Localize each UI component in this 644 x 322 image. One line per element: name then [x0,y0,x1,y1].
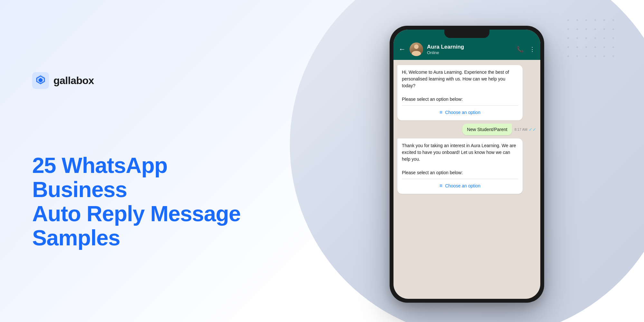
dot [594,19,596,21]
phone-screen: ← Aura Learning Online 📞 ⋮ [393,30,540,299]
back-arrow-icon[interactable]: ← [399,45,406,53]
dot [585,19,587,21]
message-3-text: Thank you for taking an interest in Aura… [402,142,518,176]
message-2-time: 8:17 AM [515,128,527,131]
dot [603,19,605,21]
dot [585,46,587,48]
dot [576,28,578,30]
header-icons: 📞 ⋮ [516,46,535,53]
avatar-image [410,43,423,56]
dot [585,28,587,30]
choose-option-label-1: Choose an option [445,110,480,115]
dot [585,37,587,39]
message-2-outgoing: New Student/Parent [462,124,512,135]
dot [576,37,578,39]
dot [603,46,605,48]
gallabox-logo-icon [32,72,49,89]
dot [594,28,596,30]
phone-mockup: ← Aura Learning Online 📞 ⋮ [390,26,544,303]
more-options-icon[interactable]: ⋮ [529,46,535,53]
message-1-text: Hi, Welcome to Aura Learning. Experience… [402,69,518,103]
dot [612,37,614,39]
dot [567,19,569,21]
dot [576,46,578,48]
headline-line2: Auto Reply Message Samples [32,202,258,250]
list-icon-2: ≡ [440,183,442,189]
dot [603,28,605,30]
message-3-incoming: Thank you for taking an interest in Aura… [397,138,523,194]
message-2-outgoing-wrap: New Student/Parent 8:17 AM ✓✓ [397,124,536,135]
dot [576,55,578,57]
dot [612,28,614,30]
left-panel: gallabox 25 WhatsApp Business Auto Reply… [0,46,290,275]
dot [567,46,569,48]
dot-pattern-decoration [567,19,618,61]
read-ticks-icon: ✓✓ [529,127,536,132]
message-2-text: New Student/Parent [467,127,507,132]
message-divider-2 [402,179,518,179]
dot [603,37,605,39]
list-icon: ≡ [440,109,442,115]
choose-option-button-1[interactable]: ≡ Choose an option [402,108,518,117]
dot [594,55,596,57]
chat-area: Hi, Welcome to Aura Learning. Experience… [393,60,540,299]
dot [612,55,614,57]
dot [594,46,596,48]
logo-area: gallabox [32,72,258,89]
headline: 25 WhatsApp Business Auto Reply Message … [32,153,258,250]
contact-name: Aura Learning [427,44,513,50]
logo-text: gallabox [53,75,94,87]
right-panel: ← Aura Learning Online 📞 ⋮ [290,0,644,322]
contact-info: Aura Learning Online [427,44,513,55]
dot [612,46,614,48]
message-divider [402,105,518,106]
content-wrapper: gallabox 25 WhatsApp Business Auto Reply… [0,0,644,322]
phone-notch [444,30,489,38]
dot [603,55,605,57]
choose-option-button-2[interactable]: ≡ Choose an option [402,182,518,190]
message-2-meta: 8:17 AM ✓✓ [515,127,536,132]
choose-option-label-2: Choose an option [445,183,480,188]
dot [567,55,569,57]
dot [585,55,587,57]
contact-status: Online [427,50,513,55]
headline-line1: 25 WhatsApp Business [32,153,258,202]
dot [594,37,596,39]
dot [567,28,569,30]
dot [567,37,569,39]
call-icon[interactable]: 📞 [516,46,524,53]
message-1-incoming: Hi, Welcome to Aura Learning. Experience… [397,65,523,120]
contact-avatar [410,43,423,56]
dot [612,19,614,21]
dot [576,19,578,21]
